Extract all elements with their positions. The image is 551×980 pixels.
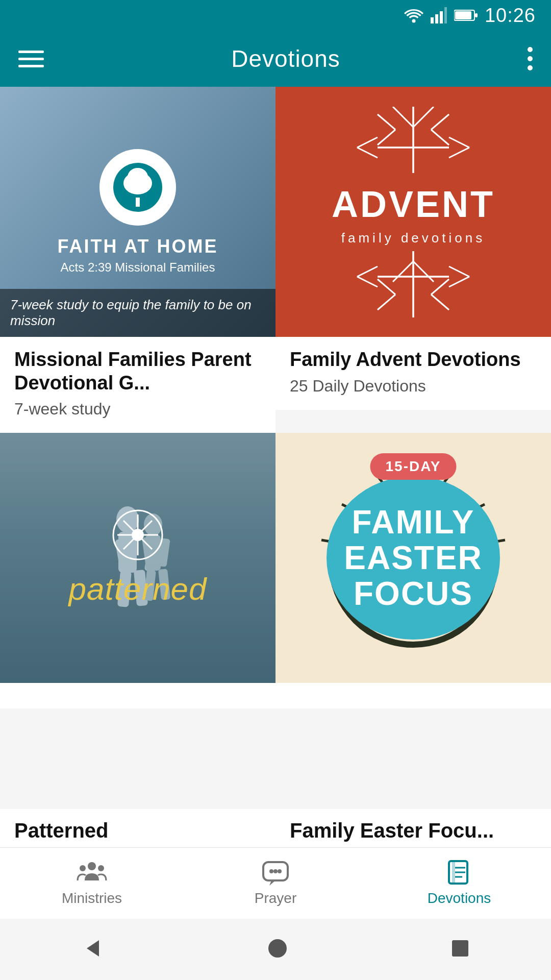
svg-line-23 <box>449 148 469 158</box>
svg-rect-7 <box>475 13 478 17</box>
card-subtitle-missional: 7-week study <box>14 400 261 419</box>
svg-line-33 <box>357 277 378 287</box>
card-image-patterned: patterned <box>0 433 276 683</box>
svg-point-77 <box>268 939 287 958</box>
partial-title-patterned: Patterned <box>0 809 276 847</box>
nav-label-prayer: Prayer <box>255 890 296 906</box>
nav-label-ministries: Ministries <box>62 890 122 906</box>
bottom-nav: Ministries Prayer Devotions <box>0 847 551 919</box>
card-title-advent: Family Advent Devotions <box>290 348 537 372</box>
easter-line1: FAMILY <box>352 504 475 540</box>
card-family-easter[interactable]: 15-DAY <box>276 433 551 708</box>
svg-rect-4 <box>444 7 447 23</box>
svg-line-32 <box>357 266 378 277</box>
easter-line3: FOCUS <box>354 576 473 611</box>
advent-snowflake-top <box>337 107 490 188</box>
svg-line-27 <box>378 295 395 310</box>
easter-bubble: FAMILY EASTER FOCUS <box>327 476 500 640</box>
faith-at-home-title: FAITH AT HOME <box>58 236 218 257</box>
patterned-text: patterned <box>69 571 207 607</box>
easter-line2: EASTER <box>344 540 483 576</box>
partial-card-titles: Patterned Family Easter Focu... <box>0 809 551 847</box>
svg-rect-78 <box>452 940 468 957</box>
svg-line-14 <box>413 107 434 127</box>
patterned-logo-icon <box>112 509 163 560</box>
svg-line-22 <box>449 137 469 148</box>
card-family-advent[interactable]: ADVENT family devotions <box>276 87 551 433</box>
card-image-missional: FAITH AT HOME Acts 2:39 Missional Famili… <box>0 87 276 337</box>
people-icon <box>77 861 107 886</box>
nav-item-devotions[interactable]: Devotions <box>367 861 551 906</box>
home-button[interactable] <box>267 938 288 961</box>
wifi-icon <box>404 8 423 23</box>
faith-banner-text: 7-week study to equip the family to be o… <box>10 297 265 329</box>
svg-line-30 <box>393 261 413 282</box>
card-patterned[interactable]: patterned <box>0 433 276 708</box>
faith-banner: 7-week study to equip the family to be o… <box>0 289 276 337</box>
card-image-easter: 15-DAY <box>276 433 551 683</box>
devotions-grid: FAITH AT HOME Acts 2:39 Missional Famili… <box>0 87 551 708</box>
signal-icon <box>431 7 447 23</box>
system-nav-bar <box>0 919 551 980</box>
svg-line-21 <box>357 148 378 158</box>
recents-button[interactable] <box>450 938 470 961</box>
svg-line-16 <box>378 114 395 130</box>
svg-line-20 <box>357 137 378 148</box>
svg-line-17 <box>378 130 395 145</box>
nav-label-devotions: Devotions <box>428 890 491 906</box>
card-info-patterned <box>0 683 276 708</box>
svg-point-53 <box>132 529 144 541</box>
nav-item-ministries[interactable]: Ministries <box>0 861 184 906</box>
svg-point-70 <box>278 869 282 873</box>
svg-rect-6 <box>455 11 471 19</box>
svg-line-34 <box>449 266 469 277</box>
card-info-advent: Family Advent Devotions 25 Daily Devotio… <box>276 337 551 410</box>
back-button[interactable] <box>81 936 105 963</box>
svg-point-69 <box>273 869 278 873</box>
card-missional-families[interactable]: FAITH AT HOME Acts 2:39 Missional Famili… <box>0 87 276 433</box>
svg-rect-2 <box>435 14 438 23</box>
svg-point-11 <box>128 168 148 186</box>
svg-rect-72 <box>452 861 455 884</box>
svg-line-19 <box>431 130 449 145</box>
book-icon <box>444 861 474 886</box>
svg-point-64 <box>88 862 96 870</box>
svg-rect-9 <box>136 198 140 207</box>
chat-icon <box>260 861 291 886</box>
svg-point-66 <box>98 865 104 871</box>
advent-title: ADVENT <box>332 183 495 225</box>
svg-line-13 <box>393 107 413 127</box>
card-title-missional: Missional Families Parent Devotional G..… <box>14 348 261 395</box>
battery-icon <box>454 9 478 22</box>
faith-at-home-subtitle: Acts 2:39 Missional Families <box>61 260 215 275</box>
svg-line-29 <box>431 295 449 310</box>
status-bar: 10:26 <box>0 0 551 31</box>
svg-rect-3 <box>440 11 443 23</box>
svg-line-35 <box>449 277 469 287</box>
svg-line-31 <box>413 261 434 282</box>
advent-snowflake-bottom <box>337 251 490 317</box>
nav-item-prayer[interactable]: Prayer <box>184 861 367 906</box>
svg-point-68 <box>269 869 273 873</box>
card-info-missional: Missional Families Parent Devotional G..… <box>0 337 276 433</box>
svg-point-65 <box>80 865 86 871</box>
card-subtitle-advent: 25 Daily Devotions <box>290 377 537 396</box>
partial-title-easter: Family Easter Focu... <box>276 809 551 847</box>
svg-line-18 <box>431 114 449 130</box>
svg-rect-1 <box>431 17 434 23</box>
app-title: Devotions <box>44 45 528 72</box>
faith-logo-circle <box>99 149 176 226</box>
status-time: 10:26 <box>485 5 536 27</box>
svg-marker-76 <box>87 940 99 957</box>
card-image-advent: ADVENT family devotions <box>276 87 551 337</box>
advent-subtitle: family devotions <box>341 230 485 246</box>
card-info-easter <box>276 683 551 708</box>
app-bar: Devotions <box>0 31 551 87</box>
easter-badge: 15-DAY <box>370 453 456 480</box>
menu-button[interactable] <box>18 51 44 67</box>
more-options-button[interactable] <box>528 47 533 70</box>
status-icons: 10:26 <box>404 5 536 27</box>
svg-point-0 <box>412 19 415 23</box>
